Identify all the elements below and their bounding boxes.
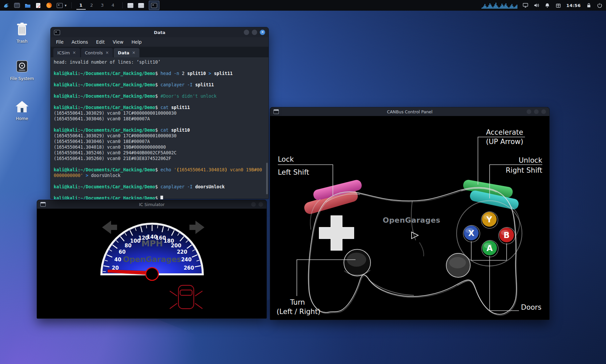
gauge-hub [146,268,158,280]
maximize-button[interactable] [534,109,539,114]
text-editor-icon[interactable] [35,2,41,8]
button-y: Y [481,212,498,228]
desktop-icon-file-system[interactable]: File System [6,58,38,81]
menu-item-edit[interactable]: Edit [96,39,105,45]
taskbar-terminal-active[interactable] [149,1,159,10]
terminal-line: kali@kali:~/Documents/Car_Hacking/Demo$ … [54,184,268,190]
close-button[interactable]: ✕ [260,30,265,35]
desktop-icon-label: File System [6,76,38,81]
tab-close-icon[interactable]: × [72,50,76,55]
firefox-icon[interactable] [46,2,52,8]
svg-text:A: A [487,244,493,253]
desktop-icon-home[interactable]: Home [6,98,38,121]
svg-text:200: 200 [171,243,181,249]
tab-close-icon[interactable]: × [105,50,109,55]
taskbar-window-button-1[interactable] [127,2,133,8]
terminal-line: (1654550641.303046) vcan0 18E#00007A [54,139,268,144]
chevron-down-icon[interactable]: ▾ [65,3,67,8]
folder-icon[interactable] [25,2,31,8]
svg-text:X: X [468,229,475,238]
menu-item-file[interactable]: File [56,39,64,45]
svg-text:260: 260 [184,265,194,271]
top-panel: ▾ 1234 14:56 [0,0,606,11]
power-icon[interactable] [597,2,603,8]
svg-text:Y: Y [486,215,492,224]
door-status-car-icon [170,285,202,309]
canbus-window: CANBus Control Panel [270,107,550,320]
canbus-brand-label: OpenGarages [383,216,441,224]
left-arrow-icon [102,221,117,234]
workspace-switcher[interactable]: 1234 [76,1,118,10]
terminal-body[interactable]: head: invalid number of lines: ‘split10’… [51,57,268,199]
icsim-titlebar[interactable]: IC Simulator [37,200,266,209]
maximize-button[interactable] [252,30,257,35]
icsim-window-title: IC Simulator [37,202,266,207]
menu-item-view[interactable]: View [113,39,123,45]
tab-close-icon[interactable]: × [132,50,135,55]
terminal-line [54,88,268,93]
terminal-line: kali@kali:~/Documents/Car_Hacking/Demo$ … [54,82,268,88]
desktop-icon-trash[interactable]: Trash [6,21,38,44]
button-a: A [482,240,498,257]
workspace-4[interactable]: 4 [108,1,118,9]
minimize-button[interactable] [251,202,256,207]
terminal-line [54,190,268,195]
maximize-button[interactable] [258,202,263,207]
display-icon[interactable] [522,2,528,8]
bell-icon[interactable] [544,2,550,8]
kali-menu-icon[interactable] [3,2,9,8]
terminal-window: Data ✕ File Actions Edit View Help ICSim… [50,27,269,199]
minimize-button[interactable] [527,109,531,114]
panel-separator [122,2,123,8]
terminal-line: (1654550641.303029) vcan0 17C#0000000010… [54,110,268,116]
terminal-line: kali@kali:~/Documents/Car_Hacking/Demo$ … [54,127,268,133]
terminal-line: head: invalid number of lines: ‘split10’ [54,59,268,65]
audio-visualizer [482,2,517,9]
label-turn-key: (Left / Right) [276,308,321,316]
label-unlock-key: Right Shift [506,166,542,174]
terminal-scrollbar[interactable] [266,163,268,194]
gauge-unit-label: MPH [141,239,163,248]
dpad [319,216,354,250]
menu-item-actions[interactable]: Actions [72,39,88,45]
label-doors: Doors [521,303,541,311]
terminal-window-icon [54,30,60,35]
terminal-titlebar[interactable]: Data ✕ [51,27,268,37]
canbus-titlebar[interactable]: CANBus Control Panel [270,107,549,116]
label-turn: Turn [290,298,305,306]
tab-icsim[interactable]: ICSim× [53,48,80,57]
label-accelerate: Accelerate [486,128,523,136]
workspace-2[interactable]: 2 [87,1,96,9]
trash-icon [6,21,38,36]
button-b: B [499,227,515,244]
controller-diagram: Y X B A OpenGarages [270,116,550,320]
terminal-icon[interactable] [57,2,63,8]
package-icon[interactable] [555,2,561,8]
terminal-line [54,178,268,184]
label-accelerate-key: (UP Arrow) [486,138,523,146]
terminal-line: (1654550641.305260) vcan0 21E#03E8374522… [54,156,268,161]
volume-icon[interactable] [533,2,539,8]
lock-icon[interactable] [586,2,592,8]
workspace-1[interactable]: 1 [76,1,86,10]
panel-clock[interactable]: 14:56 [566,3,581,8]
terminal-line: kali@kali:~/Documents/Car_Hacking/Demo$ … [54,105,268,110]
button-x: X [463,225,480,242]
workspace-3[interactable]: 3 [98,1,107,9]
menu-item-help[interactable]: Help [131,39,142,45]
terminal-cursor [160,196,163,199]
left-analog-stick [344,249,371,276]
terminal-line: kali@kali:~/Documents/Car_Hacking/Demo$ … [54,167,268,173]
close-button[interactable] [541,109,546,114]
terminal-window-title: Data [51,30,268,35]
gauge-brand-label: OpenGarages [123,255,181,264]
svg-text:B: B [504,231,510,240]
tab-data[interactable]: Data× [114,48,139,57]
terminal-line: (1654550641.303046) vcan0 18E#00007A [54,116,268,122]
minimize-button[interactable] [244,30,249,35]
label-lock-key: Left Shift [278,168,309,176]
tab-controls[interactable]: Controls× [81,48,113,57]
taskbar-window-button-2[interactable] [138,2,144,8]
file-manager-icon[interactable] [14,2,20,8]
home-icon [6,98,38,113]
